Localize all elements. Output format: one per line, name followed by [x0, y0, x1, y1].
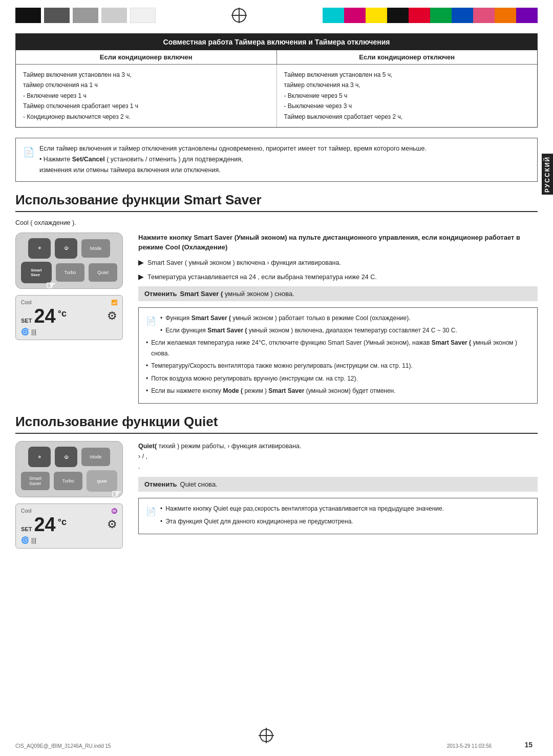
timer-col1-line3: - Включение через 1 ч — [23, 91, 269, 101]
main-content: Совместная работа Таймера включения и Та… — [15, 33, 538, 736]
remote-btn-turbo[interactable]: Turbo — [56, 263, 84, 282]
smart-saver-bullet2: ▶ Температура устанавливается на 24 , ес… — [138, 272, 538, 282]
smart-saver-btn-label: Smart Save — [31, 268, 41, 277]
remote-btn-power[interactable]: ⏻ — [55, 238, 77, 259]
quiet-remote-btn-power[interactable]: ⏻ — [55, 447, 77, 467]
quiet-left: ❄ ⏻ Mode SmartSaver — [15, 441, 128, 549]
quiet-heading: Использование функции Quiet — [15, 414, 538, 434]
smart-saver-display: Cool 📶 SET 24 °c ⚙ 🌀 ||| — [15, 295, 123, 340]
timer-subheader-on: Если кондиционер включен — [16, 50, 277, 64]
note-text-1: Функция Smart Saver ( умный эконом ) раб… — [165, 313, 410, 323]
display-icons-row-ss: 🌀 ||| — [21, 328, 117, 335]
timer-subheader-off: Если кондиционер отключен — [277, 50, 538, 64]
bullet2-arrow: ▶ — [138, 272, 143, 282]
note-bullet-4: • Температуру/Скорость вентилятора также… — [146, 361, 530, 371]
quiet-dot-2: • — [160, 516, 162, 527]
display-fan-mode-icon: ♒ — [111, 508, 117, 514]
quiet-remote-btn-mode[interactable]: Mode — [81, 448, 110, 466]
top-registration-bar — [0, 0, 553, 31]
timer-col-on: Таймер включения установлен на 3 ч, тайм… — [16, 65, 277, 127]
quiet-mode-label: Mode — [90, 454, 102, 459]
snowflake-icon: ❄ — [38, 246, 41, 250]
timer-note-line2: • Нажмите Set/Cancel ( установить / отме… — [39, 154, 530, 165]
reg-mark-lgray — [101, 8, 127, 23]
note-text-6: Если вы нажмете кнопку Mode ( режим ) Sm… — [151, 386, 395, 396]
reg-mark-white — [130, 8, 156, 23]
quiet-remote: ❄ ⏻ Mode SmartSaver — [15, 441, 123, 497]
bullet-dot-3: • — [146, 338, 148, 359]
reg-mark-gray2 — [73, 8, 98, 23]
swatch-pink — [473, 8, 495, 23]
display-fan-icon-ss: 🌀 — [21, 328, 29, 335]
bullet-dot-2: • — [160, 325, 162, 335]
bullet-dot-6: • — [146, 386, 148, 396]
remote-btn-mode[interactable]: Mode — [81, 239, 110, 258]
swatch-blue — [452, 8, 473, 23]
smart-saver-heading: Использование функции Smart Saver — [15, 192, 538, 212]
timer-col1-line4: Таймер отключения сработает через 1 ч — [23, 101, 269, 111]
note-bullet-2: • Если функция Smart Saver ( умный эконо… — [160, 325, 530, 335]
display-set-label-q: SET — [21, 526, 32, 532]
crosshair-top — [229, 5, 249, 26]
smart-saver-right-title: Нажмите кнопку Smart Saver (Умный эконом… — [138, 233, 538, 253]
smart-saver-notes: 📄 • Функция Smart Saver ( умный эконом )… — [138, 307, 538, 404]
display-mode-icon-ss: ⚙ — [107, 309, 117, 323]
smart-saver-button[interactable]: Smart Save ☞ — [21, 262, 52, 283]
remote-row-2: Smart Save ☞ Turbo Quiet — [21, 262, 117, 283]
quiet-cancel-bar: Отменить Quiet снова. — [138, 477, 538, 492]
smart-saver-title: Использование функции Smart Saver — [15, 192, 262, 208]
quiet-right: Quiet( тихий ) режим работы, › функция а… — [138, 441, 538, 534]
display-label-row-ss: Cool 📶 — [21, 300, 117, 305]
swatch-yellow — [366, 8, 387, 23]
swatch-cyan — [323, 8, 344, 23]
quiet-remote-btn-smart[interactable]: SmartSaver — [21, 472, 50, 490]
quiet-dot-1: • — [160, 503, 162, 514]
timer-note-text: Если таймер включения и таймер отключени… — [39, 143, 530, 176]
timer-body: Таймер включения установлен на 3 ч, тайм… — [16, 65, 537, 127]
swatch-red — [409, 8, 430, 23]
quiet-remote-top-row: ❄ ⏻ Mode — [28, 447, 110, 467]
quiet-remote-btn-cool[interactable]: ❄ — [28, 447, 51, 467]
quiet-remote-btn-turbo[interactable]: Turbo — [54, 472, 82, 490]
quiet-remote-row-2: SmartSaver Turbo Quiet ☞ — [21, 470, 117, 492]
timer-col2-line1: Таймер включения установлен на 5 ч, — [284, 70, 530, 80]
remote-btn-cool[interactable]: ❄ — [28, 238, 51, 259]
timer-col2-line4: - Выключение через 3 ч — [284, 101, 530, 111]
quiet-label-ss: Quiet — [97, 270, 109, 275]
timer-col1-line2: таймер отключения на 1 ч — [23, 80, 269, 90]
display-temp-q: SET 24 °c — [21, 515, 67, 534]
timer-col1-line5: - Кондиционер выключится через 2 ч. — [23, 112, 269, 122]
timer-col-off: Таймер включения установлен на 5 ч, тайм… — [277, 65, 538, 127]
quiet-section: ❄ ⏻ Mode SmartSaver — [15, 441, 538, 549]
reg-mark-gray1 — [44, 8, 70, 23]
quiet-notes-icon: 📄 — [146, 505, 156, 518]
cancel-label-q: Отменить — [144, 480, 177, 488]
display-set-label-ss: SET — [21, 318, 32, 324]
page-number: 15 — [524, 741, 533, 749]
timer-col1-line1: Таймер включения установлен на 3 ч, — [23, 70, 269, 80]
quiet-hand-icon: ☞ — [111, 488, 121, 501]
timer-note-line3: изменения или отмены таймера включения и… — [39, 165, 530, 176]
quiet-note-text-2: Эта функция Quiet для данного кондиционе… — [165, 516, 353, 527]
display-bar-icon-q: ||| — [31, 536, 36, 544]
quiet-layout: ❄ ⏻ Mode SmartSaver — [15, 441, 538, 549]
timer-section: Совместная работа Таймера включения и Та… — [15, 33, 538, 128]
smart-saver-left: ❄ ⏻ Mode Smart Save ☞ — [15, 233, 128, 340]
note-text-2: Если функция Smart Saver ( умный эконом … — [165, 325, 457, 335]
crosshair-bottom — [256, 725, 276, 746]
quiet-btn-label: Quiet — [97, 479, 107, 484]
display-degree-ss: °c — [58, 308, 67, 319]
mode-label: Mode — [90, 246, 102, 251]
smart-saver-cancel-bar: Отменить Smart Saver ( умный эконом ) сн… — [138, 286, 538, 301]
note-bullet-1: • Функция Smart Saver ( умный эконом ) р… — [160, 313, 530, 323]
smart-saver-intro: Cool ( охлаждение ). — [15, 219, 538, 226]
display-temp-number-q: 24 — [34, 515, 55, 534]
cancel-label-ss: Отменить — [144, 290, 177, 298]
quiet-turbo-label: Turbo — [62, 478, 74, 484]
turbo-label: Turbo — [64, 270, 76, 275]
remote-btn-quiet-ss[interactable]: Quiet — [89, 263, 117, 282]
smart-saver-section: Cool ( охлаждение ). ❄ ⏻ Mode — [15, 219, 538, 404]
smart-saver-bullet1: ▶ Smart Saver ( умный эконом ) включена … — [138, 258, 538, 268]
note-bullet-5: • Поток воздуха можно регулировать вручн… — [146, 373, 530, 384]
quiet-button[interactable]: Quiet ☞ — [87, 470, 117, 492]
